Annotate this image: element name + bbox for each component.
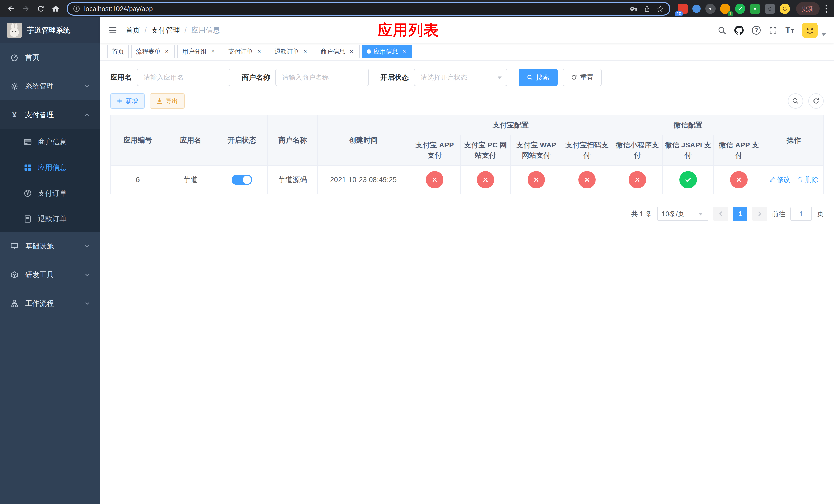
tag-支付订单[interactable]: 支付订单× — [224, 45, 267, 58]
col-header-merchant: 商户名称 — [267, 115, 318, 165]
sidebar-item-app-info[interactable]: 应用信息 — [0, 155, 100, 181]
sidebar-item-pay-orders[interactable]: 支付订单 — [0, 181, 100, 206]
site-info-icon[interactable] — [73, 5, 80, 12]
col-header-alipay-app: 支付宝 APP 支付 — [409, 135, 460, 165]
cell-app-id: 6 — [111, 165, 165, 194]
tag-close-icon[interactable]: × — [302, 48, 309, 55]
sidebar-item-label: 支付订单 — [38, 188, 67, 198]
sidebar-item-home[interactable]: 首页 — [0, 43, 100, 72]
cell-actions: 修改 删除 — [764, 165, 824, 194]
sidebar-item-label: 基础设施 — [25, 241, 54, 251]
export-button[interactable]: 导出 — [150, 93, 185, 109]
sidebar-item-label: 支付管理 — [25, 110, 54, 120]
forward-icon — [22, 5, 30, 13]
chevron-down-icon — [84, 83, 90, 89]
logo-avatar-image — [7, 23, 22, 38]
page-number-button[interactable]: 1 — [733, 207, 747, 221]
extension-badge: 10 — [675, 11, 683, 17]
cell-alipay-app — [409, 165, 460, 194]
next-page-button[interactable] — [752, 207, 767, 221]
search-button[interactable]: 搜索 — [519, 69, 557, 86]
tag-close-icon[interactable]: × — [256, 48, 263, 55]
share-icon[interactable] — [643, 5, 651, 13]
tag-用户分组[interactable]: 用户分组× — [177, 45, 221, 58]
sidebar-item-label: 商户信息 — [38, 137, 67, 147]
chevron-down-icon — [84, 243, 90, 249]
app-name-input[interactable] — [137, 69, 230, 86]
prev-page-button[interactable] — [714, 207, 728, 221]
merchant-name-label: 商户名称 — [242, 72, 270, 82]
chrome-update-button[interactable]: 更新 — [796, 2, 820, 15]
breadcrumb-separator: / — [145, 26, 147, 35]
disabled-cross-icon — [477, 171, 494, 188]
sidebar-item-payment[interactable]: ¥ 支付管理 — [0, 100, 100, 129]
reset-button[interactable]: 重置 — [563, 69, 602, 86]
col-header-actions: 操作 — [764, 115, 824, 165]
extension-icon-plug[interactable] — [765, 4, 775, 14]
cell-wx-app — [714, 165, 764, 194]
bookmark-star-icon[interactable] — [657, 5, 664, 13]
sidebar-item-dev-tools[interactable]: 研发工具 — [0, 260, 100, 289]
extension-icon-emoji[interactable] — [780, 4, 790, 14]
add-button[interactable]: 新增 — [110, 93, 145, 109]
hamburger-icon[interactable] — [100, 18, 126, 43]
reload-button[interactable] — [34, 2, 48, 16]
col-header-status: 开启状态 — [216, 115, 267, 165]
tag-首页[interactable]: 首页 — [107, 45, 129, 58]
edit-button[interactable]: 修改 — [769, 175, 790, 184]
toggle-search-button[interactable] — [788, 93, 803, 109]
sidebar-item-label: 退款订单 — [38, 214, 67, 224]
sidebar-item-infrastructure[interactable]: 基础设施 — [0, 232, 100, 260]
goto-page-input[interactable] — [790, 207, 812, 221]
chevron-left-icon — [718, 211, 724, 217]
password-key-icon[interactable] — [630, 5, 638, 13]
chrome-menu-icon[interactable] — [823, 5, 830, 13]
breadcrumb-home[interactable]: 首页 — [126, 25, 140, 35]
col-header-alipay-pc: 支付宝 PC 网站支付 — [460, 135, 511, 165]
extension-icon-red[interactable]: 10 — [678, 4, 688, 14]
avatar-dropdown-caret-icon[interactable] — [822, 33, 826, 36]
tag-商户信息[interactable]: 商户信息× — [316, 45, 359, 58]
extension-icon-blue[interactable] — [693, 5, 701, 13]
col-header-wx-jsapi: 微信 JSAPI 支付 — [662, 135, 714, 165]
user-avatar[interactable] — [802, 23, 818, 38]
extension-icon-green-chat[interactable] — [750, 4, 760, 14]
github-icon[interactable] — [734, 26, 744, 35]
help-icon[interactable]: ? — [752, 26, 761, 35]
status-switch[interactable] — [232, 175, 252, 185]
tag-close-icon[interactable]: × — [163, 48, 170, 55]
sidebar-item-workflow[interactable]: 工作流程 — [0, 289, 100, 318]
app-logo[interactable]: 芋道管理系统 — [0, 18, 100, 43]
delete-button[interactable]: 删除 — [797, 175, 818, 184]
page-size-select[interactable]: 10条/页 — [657, 207, 708, 221]
tag-应用信息[interactable]: 应用信息× — [362, 45, 412, 58]
extension-icon-green-check[interactable] — [735, 4, 745, 14]
fullscreen-icon[interactable] — [769, 26, 777, 35]
pagination: 共 1 条 10条/页 1 前往 页 — [110, 207, 824, 221]
address-bar[interactable]: localhost:1024/pay/app — [67, 2, 671, 16]
url-text[interactable]: localhost:1024/pay/app — [84, 5, 626, 13]
extension-icon-dark[interactable] — [705, 4, 716, 14]
sidebar-item-system[interactable]: 系统管理 — [0, 72, 100, 100]
trash-icon — [797, 176, 804, 183]
download-icon — [156, 98, 162, 104]
sidebar-item-label: 研发工具 — [25, 270, 54, 280]
disabled-cross-icon — [528, 171, 545, 188]
tag-流程表单[interactable]: 流程表单× — [131, 45, 175, 58]
forward-button[interactable] — [19, 2, 33, 16]
tag-退款订单[interactable]: 退款订单× — [270, 45, 313, 58]
tag-close-icon[interactable]: × — [401, 48, 408, 55]
search-icon[interactable] — [718, 26, 726, 35]
sidebar-item-refund-orders[interactable]: 退款订单 — [0, 206, 100, 232]
status-select[interactable]: 请选择开启状态 — [414, 69, 507, 86]
refresh-table-button[interactable] — [808, 93, 824, 109]
extension-icon-avatar[interactable]: 1 — [720, 4, 730, 14]
font-size-icon[interactable]: TT — [785, 26, 794, 35]
breadcrumb-payment[interactable]: 支付管理 — [151, 25, 180, 35]
merchant-name-input[interactable] — [276, 69, 369, 86]
home-button[interactable] — [49, 2, 63, 16]
sidebar-item-merchant-info[interactable]: 商户信息 — [0, 129, 100, 155]
tag-close-icon[interactable]: × — [209, 48, 216, 55]
back-button[interactable] — [4, 2, 18, 16]
tag-close-icon[interactable]: × — [348, 48, 355, 55]
